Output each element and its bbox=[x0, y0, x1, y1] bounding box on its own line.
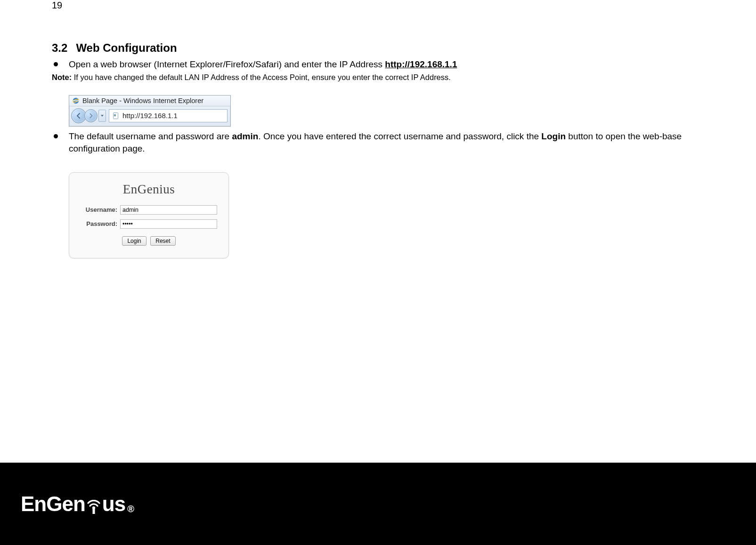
login-screenshot: EnGenius Username: Password: Login Reset bbox=[69, 172, 229, 258]
bullet1-text: Open a web browser (Internet Explorer/Fi… bbox=[69, 59, 385, 69]
heading-title: Web Configuration bbox=[76, 41, 177, 54]
registered-mark: ® bbox=[127, 504, 134, 514]
forward-button[interactable] bbox=[84, 109, 98, 122]
address-bar[interactable]: http://192.168.1.1 bbox=[109, 109, 228, 122]
ip-address-link[interactable]: http://192.168.1.1 bbox=[385, 59, 457, 69]
login-word: Login bbox=[541, 131, 566, 141]
bullet-item-1: Open a web browser (Internet Explorer/Fi… bbox=[52, 58, 704, 71]
address-text: http://192.168.1.1 bbox=[122, 112, 178, 120]
admin-word: admin bbox=[232, 131, 258, 141]
note-line: Note: If you have changed the default LA… bbox=[52, 73, 704, 82]
note-label: Note: bbox=[52, 73, 72, 81]
engenius-logo: EnGen us ® bbox=[21, 494, 134, 514]
password-input[interactable] bbox=[120, 219, 217, 229]
page-icon bbox=[112, 112, 120, 120]
wifi-icon bbox=[85, 496, 102, 514]
username-label: Username: bbox=[81, 206, 117, 213]
bullet2-part2: . Once you have entered the correct user… bbox=[258, 131, 541, 141]
page-number: 19 bbox=[52, 0, 704, 11]
bullet2-part1: The default username and password are bbox=[69, 131, 232, 141]
password-label: Password: bbox=[81, 220, 117, 227]
login-brand: EnGenius bbox=[81, 182, 217, 197]
svg-point-5 bbox=[92, 506, 95, 509]
browser-toolbar: http://192.168.1.1 bbox=[69, 106, 230, 126]
bullet-item-2: The default username and password are ad… bbox=[52, 130, 704, 155]
nav-history-dropdown[interactable] bbox=[98, 110, 106, 122]
browser-titlebar: Blank Page - Windows Internet Explorer bbox=[69, 96, 230, 106]
logo-text-2: us bbox=[102, 494, 125, 514]
ie-logo-icon bbox=[72, 97, 80, 104]
heading-number: 3.2 bbox=[52, 41, 67, 54]
username-input[interactable] bbox=[120, 205, 217, 215]
reset-button[interactable]: Reset bbox=[150, 236, 175, 246]
browser-title-text: Blank Page - Windows Internet Explorer bbox=[82, 97, 203, 104]
logo-text-1: EnGen bbox=[21, 494, 85, 514]
note-text: If you have changed the default LAN IP A… bbox=[72, 73, 451, 81]
browser-screenshot: Blank Page - Windows Internet Explorer h… bbox=[69, 95, 231, 127]
login-button[interactable]: Login bbox=[122, 236, 146, 246]
page-footer: EnGen us ® bbox=[0, 463, 756, 545]
section-heading: 3.2Web Configuration bbox=[52, 41, 704, 55]
